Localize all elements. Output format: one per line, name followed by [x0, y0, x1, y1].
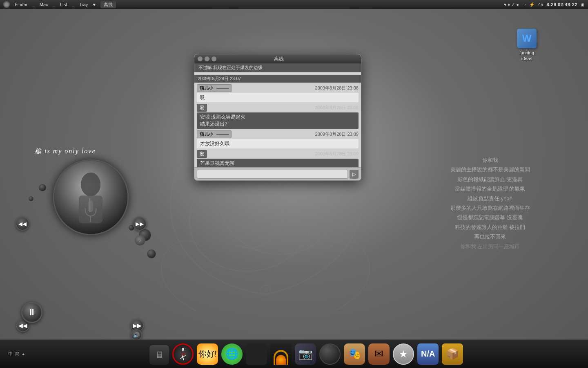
chat-content-2: 安啦 没那么容易起火结果还没出? [197, 112, 359, 129]
dock-icon-clock[interactable]: 8 29 [172, 343, 194, 365]
deco-circle-2 [29, 196, 33, 201]
dock-icon-badge[interactable]: ★ [393, 343, 414, 365]
dock-icon-grid[interactable] [246, 343, 267, 365]
input-method-chinese[interactable]: 中 [8, 351, 13, 357]
chat-time-2: 2009年8月28日 23:08 [315, 105, 359, 111]
chat-content-3: 才放没好久哦 [197, 139, 359, 148]
dock-input-methods: 中 簡 ● [8, 351, 25, 357]
menu-heart[interactable]: ♥ [93, 2, 96, 7]
dock-icon-terminal[interactable]: 🖥 [149, 345, 169, 365]
desktop-icon-label: funning ideas [519, 50, 534, 62]
menu-sep1: _ [32, 2, 35, 7]
menubar: Finder _ Mac _ List _ Tray ♥ 离线 ♥ ♦ ✓ ● … [0, 0, 588, 9]
chat-sender-4: 宏 [197, 150, 207, 158]
svg-point-4 [81, 173, 100, 196]
desktop: Finder _ Mac _ List _ Tray ♥ 离线 ♥ ♦ ✓ ● … [0, 0, 588, 368]
maximize-button[interactable] [212, 56, 216, 61]
chat-sender-1: 猫儿小 [197, 84, 232, 92]
svg-point-0 [261, 285, 270, 295]
dock-icon-greeting[interactable]: 你好! [197, 343, 218, 365]
lyric-2: 彩色的報紙能讓鮮血 更逼真 [425, 175, 555, 184]
chat-input-field[interactable] [197, 170, 348, 179]
minimize-button[interactable] [205, 56, 209, 61]
menu-list[interactable]: List [60, 2, 67, 7]
input-method-simplified[interactable]: 簡 [15, 351, 20, 357]
chat-content-4: 芒果卫视真无聊 [197, 159, 359, 167]
menubar-left: Finder _ Mac _ List _ Tray ♥ 离线 [3, 1, 116, 8]
dock-icon-notes[interactable]: 📦 [442, 343, 463, 365]
lyric-8: 再也拉不回來 [425, 232, 555, 241]
chat-sender-3: 猫儿小 [197, 130, 232, 138]
music-player-widget: 榆 is my only love [12, 114, 151, 270]
svg-point-1 [263, 288, 268, 293]
chat-msg-2: 宏 2009年8月28日 23:08 安啦 没那么容易起火结果还没出? [194, 103, 361, 130]
chat-time-1: 2009年8月28日 23:08 [315, 85, 359, 91]
svg-point-2 [4, 2, 9, 7]
lyric-1: 美麗的主播說的都不是美麗的新聞 [425, 165, 555, 174]
prev-ctrl[interactable]: ◀◀ [16, 217, 29, 231]
deco-circle-4 [147, 249, 156, 258]
menu-mac[interactable]: Mac [40, 2, 48, 7]
chat-sender-2: 宏 [197, 104, 207, 112]
dock: 中 簡 ● 🖥 8 29 你好! 🌐 [0, 339, 588, 368]
play-ctrl[interactable]: ⏸ [21, 302, 42, 323]
menu-tray[interactable]: Tray [79, 2, 88, 7]
chat-titlebar: 离线 [194, 54, 361, 63]
chat-msg-1: 猫儿小 2009年8月28日 23:08 哎 [194, 83, 361, 103]
chat-msg-1-header: 猫儿小 2009年8月28日 23:08 [197, 84, 359, 92]
dock-icon-darkball[interactable] [319, 343, 341, 365]
chat-msg-4-header: 宏 2009年8月28日 23:09 [197, 150, 359, 158]
chat-msg-4: 宏 2009年8月28日 23:09 芒果卫视真无聊 [194, 149, 361, 167]
menu-offline[interactable]: 离线 [100, 1, 116, 8]
menu-sep3: _ [72, 2, 74, 7]
menubar-clock: 8-29 02:48:22 [546, 2, 577, 7]
player-label: 榆 is my only love [35, 147, 96, 156]
player-album-art [53, 159, 129, 235]
chat-time-4: 2009年8月28日 23:09 [315, 151, 359, 157]
chat-msg-3: 猫儿小 2009年8月28日 23:09 才放没好久哦 [194, 130, 361, 149]
desktop-icon-image: W [517, 29, 537, 48]
lyric-9: 你和我 左出男同一座城市 [425, 242, 555, 251]
dock-icon-browser[interactable]: 🌐 [221, 343, 243, 365]
player-circle-inner [54, 161, 127, 234]
chat-time-3: 2009年8月28日 23:09 [315, 131, 359, 137]
menu-network: 4a [538, 2, 543, 7]
dock-icon-mail[interactable]: ✉ [368, 343, 390, 365]
chat-input-bar: ▷ [194, 167, 361, 180]
lyrics-panel: 你和我 美麗的主播說的都不是美麗的新聞 彩色的報紙能讓鮮血 更逼真 當媒體播報的… [425, 155, 555, 251]
menu-sep2: _ [53, 2, 56, 7]
lyric-4: 誰該負點責任 yeah [425, 194, 555, 203]
apple-menu[interactable] [3, 1, 10, 8]
lyric-7: 科技的發達讓人的距離 被拉開 [425, 222, 555, 232]
chat-msg-2-header: 宏 2009年8月28日 23:08 [197, 104, 359, 112]
chat-title: 离线 [216, 56, 341, 63]
chat-status-1: 2009年8月28日 23:07 [194, 75, 361, 83]
close-button[interactable] [198, 56, 203, 61]
chat-messages: 2009年8月28日 23:07 猫儿小 2009年8月28日 23:08 哎 … [194, 72, 361, 167]
dock-icon-portal[interactable] [270, 343, 292, 365]
menu-finder[interactable]: Finder [15, 2, 27, 7]
chat-send-button[interactable]: ▷ [350, 170, 359, 179]
chat-msg-3-header: 猫儿小 2009年8月28日 23:09 [197, 130, 359, 138]
player-person-svg [54, 161, 127, 234]
volume-button[interactable]: 🔊 [131, 329, 142, 341]
lyric-5: 那麼多的人只敢窩在網路裡面生存 [425, 203, 555, 213]
menu-wifi: ··· [522, 2, 526, 7]
chat-prev-msg: 不过嘛 我现在正处于爆发的边缘 [194, 63, 361, 72]
dock-icons-container: 🖥 8 29 你好! 🌐 [33, 343, 580, 365]
svg-rect-7 [88, 200, 93, 212]
menu-battery: ⚡ [529, 2, 535, 7]
chat-window: 离线 不过嘛 我现在正处于爆发的边缘 2009年8月28日 23:07 猫儿小 … [194, 54, 361, 181]
input-method-dot[interactable]: ● [22, 352, 25, 357]
dock-icon-finder[interactable]: 🎭 [344, 343, 365, 365]
dock-icon-camera[interactable]: 📷 [295, 343, 316, 365]
dock-icon-dictionary[interactable]: N/A [417, 343, 439, 365]
next-ctrl[interactable]: ▶▶ [133, 217, 147, 231]
lyric-6: 慢慢都忘記電腦螢幕 沒靈魂 [425, 213, 555, 222]
menu-user-icon: ◉ [581, 2, 585, 7]
titlebar-buttons [198, 56, 216, 61]
desktop-icon-funning-ideas[interactable]: W funning ideas [510, 29, 543, 62]
volume-ctrl[interactable]: ♪ [135, 235, 145, 246]
menubar-right: ♥ ♦ ✓ ● ··· ⚡ 4a 8-29 02:48:22 ◉ [504, 2, 585, 7]
lyric-3: 當媒體播報的全是絕望 的氣氛 [425, 184, 555, 193]
